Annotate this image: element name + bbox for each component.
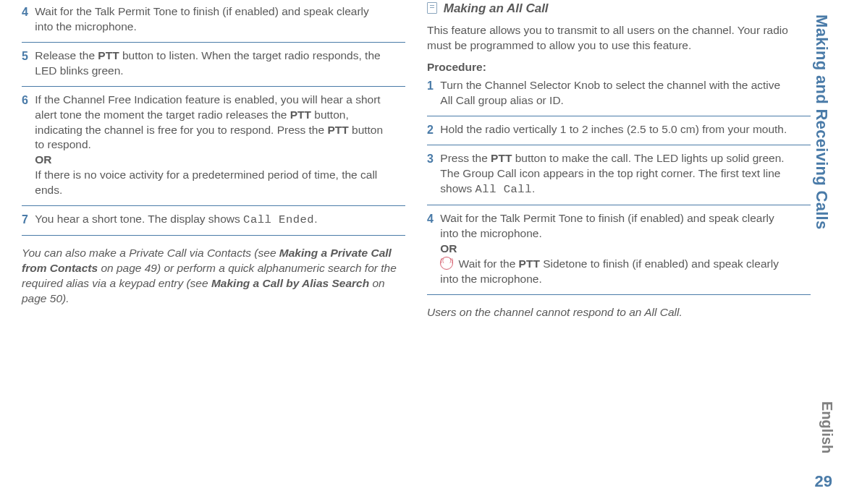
right-column: Making an All Call This feature allows y… bbox=[416, 0, 821, 328]
step-4: 4 Wait for the Talk Permit Tone to finis… bbox=[427, 211, 811, 287]
bold-ptt: PTT bbox=[491, 152, 512, 164]
side-tab: Making and Receiving Calls English 29 bbox=[805, 0, 841, 504]
step-text: You hear a short tone. The display shows… bbox=[35, 212, 389, 228]
text: Wait for the bbox=[455, 257, 518, 270]
step-number: 4 bbox=[22, 4, 32, 20]
step-text: Release the PTT button to listen. When t… bbox=[35, 48, 389, 79]
intro-text: This feature allows you to transmit to a… bbox=[427, 23, 811, 54]
step-7: 7 You hear a short tone. The display sho… bbox=[22, 212, 405, 228]
step-text: Press the PTT button to make the call. T… bbox=[440, 151, 795, 197]
book-icon bbox=[427, 2, 437, 14]
step-6: 6 If the Channel Free Indication feature… bbox=[22, 93, 405, 198]
step-text: Hold the radio vertically 1 to 2 inches … bbox=[440, 122, 795, 137]
step-text: Wait for the Talk Permit Tone to finish … bbox=[440, 211, 795, 287]
divider bbox=[22, 235, 405, 236]
heading-text: Making an All Call bbox=[444, 1, 549, 15]
step-text: If the Channel Free Indication feature i… bbox=[35, 93, 389, 198]
text: Press the bbox=[440, 152, 491, 164]
divider bbox=[427, 294, 811, 295]
left-column: 4 Wait for the Talk Permit Tone to finis… bbox=[11, 0, 416, 328]
step-1: 1 Turn the Channel Selector Knob to sele… bbox=[427, 78, 811, 108]
divider bbox=[427, 145, 811, 145]
text: If there is no voice activity for a pred… bbox=[35, 168, 377, 196]
chapter-label: Making and Receiving Calls bbox=[812, 14, 831, 230]
divider bbox=[427, 205, 811, 205]
text: . bbox=[532, 182, 535, 195]
footer-note: You can also make a Private Call via Con… bbox=[22, 246, 405, 307]
section-heading: Making an All Call bbox=[427, 1, 811, 16]
text: Release the bbox=[35, 49, 98, 61]
language-label: English bbox=[819, 401, 835, 453]
bold-ptt: PTT bbox=[98, 49, 119, 61]
step-number: 7 bbox=[22, 212, 32, 228]
footer-note: Users on the channel cannot respond to a… bbox=[427, 305, 811, 320]
or-label: OR bbox=[35, 153, 51, 166]
text: Wait for the Talk Permit Tone to finish … bbox=[440, 212, 774, 239]
mono-all-call: All Call bbox=[476, 183, 532, 196]
text: You hear a short tone. The display shows bbox=[35, 213, 243, 225]
or-label: OR bbox=[440, 242, 457, 255]
step-text: Wait for the Talk Permit Tone to finish … bbox=[35, 4, 389, 35]
step-number: 5 bbox=[22, 48, 32, 64]
step-number: 6 bbox=[22, 93, 32, 108]
bold-link: Making a Call by Alias Search bbox=[211, 277, 369, 289]
step-5: 5 Release the PTT button to listen. When… bbox=[22, 48, 405, 79]
divider bbox=[22, 86, 405, 87]
divider bbox=[427, 116, 811, 116]
mono-call-ended: Call Ended bbox=[243, 213, 314, 226]
step-number: 4 bbox=[427, 211, 437, 227]
bold-ptt: PTT bbox=[290, 108, 311, 121]
page-number: 29 bbox=[815, 472, 832, 491]
divider bbox=[22, 42, 405, 43]
transmit-icon bbox=[440, 257, 453, 270]
divider bbox=[22, 205, 405, 206]
step-text: Turn the Channel Selector Knob to select… bbox=[440, 78, 795, 108]
step-number: 2 bbox=[427, 122, 437, 138]
bold-ptt: PTT bbox=[327, 124, 348, 136]
text: You can also make a Private Call via Con… bbox=[22, 247, 279, 259]
procedure-label: Procedure: bbox=[427, 61, 811, 74]
bold-ptt: PTT bbox=[519, 257, 540, 270]
step-number: 3 bbox=[427, 151, 437, 167]
step-2: 2 Hold the radio vertically 1 to 2 inche… bbox=[427, 122, 811, 138]
step-number: 1 bbox=[427, 78, 437, 94]
step-3: 3 Press the PTT button to make the call.… bbox=[427, 151, 811, 197]
step-4: 4 Wait for the Talk Permit Tone to finis… bbox=[22, 4, 405, 35]
text: . bbox=[314, 213, 317, 225]
